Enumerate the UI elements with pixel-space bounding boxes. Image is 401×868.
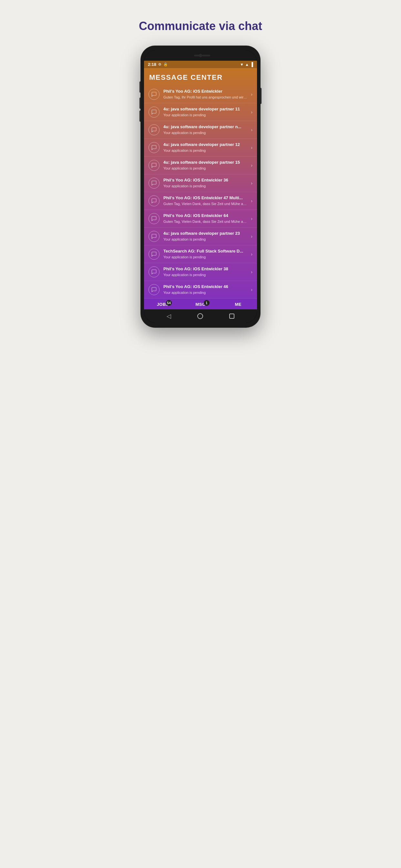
signal-icon: ▲ bbox=[245, 62, 249, 67]
message-icon bbox=[149, 106, 159, 118]
message-list: Phil's Yoo AG: iOS Entwickler Guten Tag,… bbox=[144, 86, 257, 299]
nav-msg[interactable]: MSG 1 bbox=[188, 302, 213, 307]
message-item[interactable]: Phil's Yoo AG: iOS Entwickler 46 Your ap… bbox=[144, 281, 257, 299]
message-content: 4u: java software developer partner 15 Y… bbox=[163, 160, 247, 170]
message-icon bbox=[149, 213, 159, 224]
status-right: ▼ ▲ ▐ bbox=[240, 62, 253, 67]
battery-icon: ▐ bbox=[250, 62, 253, 67]
message-icon bbox=[149, 124, 159, 135]
message-content: Phil's Yoo AG: iOS Entwickler 47 Multi..… bbox=[163, 195, 247, 206]
chevron-right-icon: › bbox=[251, 127, 252, 132]
chevron-right-icon: › bbox=[251, 163, 252, 168]
message-icon bbox=[149, 231, 159, 242]
nav-me[interactable]: ME bbox=[225, 302, 251, 307]
message-item[interactable]: Phil's Yoo AG: iOS Entwickler 36 Your ap… bbox=[144, 175, 257, 192]
jobs-badge: 54 bbox=[166, 300, 172, 306]
message-title: Phil's Yoo AG: iOS Entwickler bbox=[163, 89, 247, 94]
camera bbox=[199, 54, 202, 57]
app-screen: 2:18 ⚙ 🔒 ▼ ▲ ▐ MESSAGE CENTER bbox=[144, 61, 257, 309]
message-title: 4u: java software developer partner 15 bbox=[163, 160, 247, 165]
message-subtitle: Your application is pending bbox=[163, 148, 247, 153]
status-left: 2:18 ⚙ 🔒 bbox=[148, 62, 168, 67]
nav-jobs[interactable]: JOBS 54 bbox=[150, 302, 176, 307]
message-title: 4u: java software developer partner n... bbox=[163, 124, 247, 130]
message-subtitle: Guten Tag, Ihr Profil hat uns angesproch… bbox=[163, 95, 247, 99]
message-icon bbox=[149, 195, 159, 206]
message-title: 4u: java software developer partner 23 bbox=[163, 231, 247, 237]
message-item[interactable]: Phil's Yoo AG: iOS Entwickler Guten Tag,… bbox=[144, 86, 257, 103]
chevron-right-icon: › bbox=[251, 287, 252, 292]
message-content: Phil's Yoo AG: iOS Entwickler Guten Tag,… bbox=[163, 89, 247, 99]
message-title: TechSearch AG: Full Stack Software D... bbox=[163, 249, 247, 254]
message-item[interactable]: TechSearch AG: Full Stack Software D... … bbox=[144, 245, 257, 263]
chevron-right-icon: › bbox=[251, 198, 252, 204]
android-nav: ◁ bbox=[144, 309, 257, 323]
chevron-right-icon: › bbox=[251, 110, 252, 115]
message-item[interactable]: Phil's Yoo AG: iOS Entwickler 64 Guten T… bbox=[144, 210, 257, 228]
chevron-right-icon: › bbox=[251, 92, 252, 97]
message-title: Phil's Yoo AG: iOS Entwickler 36 bbox=[163, 178, 247, 183]
message-title: 4u: java software developer partner 12 bbox=[163, 142, 247, 148]
chevron-right-icon: › bbox=[251, 252, 252, 257]
message-content: 4u: java software developer partner 11 Y… bbox=[163, 106, 247, 117]
message-item[interactable]: Phil's Yoo AG: iOS Entwickler 38 Your ap… bbox=[144, 263, 257, 281]
message-title: Phil's Yoo AG: iOS Entwickler 46 bbox=[163, 284, 247, 290]
message-content: Phil's Yoo AG: iOS Entwickler 64 Guten T… bbox=[163, 213, 247, 224]
message-icon bbox=[149, 89, 159, 100]
message-item[interactable]: 4u: java software developer partner 15 Y… bbox=[144, 157, 257, 175]
message-subtitle: Guten Tag, Vielen Dank, dass Sie Zeit un… bbox=[163, 202, 247, 206]
screen-title: MESSAGE CENTER bbox=[149, 73, 252, 82]
bottom-nav: JOBS 54 MSG 1 ME bbox=[144, 299, 257, 309]
message-subtitle: Your application is pending bbox=[163, 130, 247, 135]
message-item[interactable]: Phil's Yoo AG: iOS Entwickler 47 Multi..… bbox=[144, 192, 257, 210]
home-button[interactable] bbox=[197, 313, 203, 319]
message-content: Phil's Yoo AG: iOS Entwickler 36 Your ap… bbox=[163, 178, 247, 188]
recents-button[interactable] bbox=[229, 314, 235, 319]
message-icon bbox=[149, 160, 159, 171]
message-subtitle: Your application is pending bbox=[163, 273, 247, 277]
chevron-right-icon: › bbox=[251, 216, 252, 221]
app-header: MESSAGE CENTER bbox=[144, 68, 257, 86]
status-time: 2:18 bbox=[148, 62, 156, 67]
message-icon bbox=[149, 249, 159, 259]
msg-badge: 1 bbox=[204, 300, 210, 306]
message-subtitle: Your application is pending bbox=[163, 290, 247, 295]
message-content: TechSearch AG: Full Stack Software D... … bbox=[163, 249, 247, 259]
message-subtitle: Your application is pending bbox=[163, 184, 247, 188]
message-title: Phil's Yoo AG: iOS Entwickler 38 bbox=[163, 267, 247, 272]
message-item[interactable]: 4u: java software developer partner 11 Y… bbox=[144, 103, 257, 121]
message-icon bbox=[149, 178, 159, 189]
message-content: 4u: java software developer partner 23 Y… bbox=[163, 231, 247, 242]
message-item[interactable]: 4u: java software developer partner 23 Y… bbox=[144, 228, 257, 245]
message-subtitle: Your application is pending bbox=[163, 255, 247, 259]
message-subtitle: Guten Tag, Vielen Dank, dass Sie Zeit un… bbox=[163, 219, 247, 224]
message-icon bbox=[149, 142, 159, 153]
status-bar: 2:18 ⚙ 🔒 ▼ ▲ ▐ bbox=[144, 61, 257, 68]
message-title: 4u: java software developer partner 11 bbox=[163, 106, 247, 112]
message-item[interactable]: 4u: java software developer partner n...… bbox=[144, 121, 257, 139]
phone-notch bbox=[144, 51, 257, 61]
message-subtitle: Your application is pending bbox=[163, 166, 247, 170]
phone-frame: 2:18 ⚙ 🔒 ▼ ▲ ▐ MESSAGE CENTER bbox=[141, 46, 260, 328]
phone-screen: 2:18 ⚙ 🔒 ▼ ▲ ▐ MESSAGE CENTER bbox=[144, 51, 257, 323]
page-title: Communicate via chat bbox=[139, 20, 262, 33]
message-content: Phil's Yoo AG: iOS Entwickler 38 Your ap… bbox=[163, 267, 247, 277]
chevron-right-icon: › bbox=[251, 269, 252, 275]
nav-me-label: ME bbox=[235, 302, 242, 307]
message-content: 4u: java software developer partner n...… bbox=[163, 124, 247, 135]
message-item[interactable]: 4u: java software developer partner 12 Y… bbox=[144, 139, 257, 157]
message-content: Phil's Yoo AG: iOS Entwickler 46 Your ap… bbox=[163, 284, 247, 295]
battery-status-icon: 🔒 bbox=[163, 62, 168, 66]
chevron-right-icon: › bbox=[251, 234, 252, 239]
message-icon bbox=[149, 267, 159, 277]
wifi-icon: ▼ bbox=[240, 62, 244, 67]
chevron-right-icon: › bbox=[251, 181, 252, 186]
message-subtitle: Your application is pending bbox=[163, 113, 247, 117]
message-subtitle: Your application is pending bbox=[163, 237, 247, 242]
message-title: Phil's Yoo AG: iOS Entwickler 64 bbox=[163, 213, 247, 219]
message-content: 4u: java software developer partner 12 Y… bbox=[163, 142, 247, 153]
speaker bbox=[194, 55, 210, 57]
chevron-right-icon: › bbox=[251, 145, 252, 150]
back-button[interactable]: ◁ bbox=[166, 313, 171, 320]
settings-icon: ⚙ bbox=[158, 62, 161, 66]
